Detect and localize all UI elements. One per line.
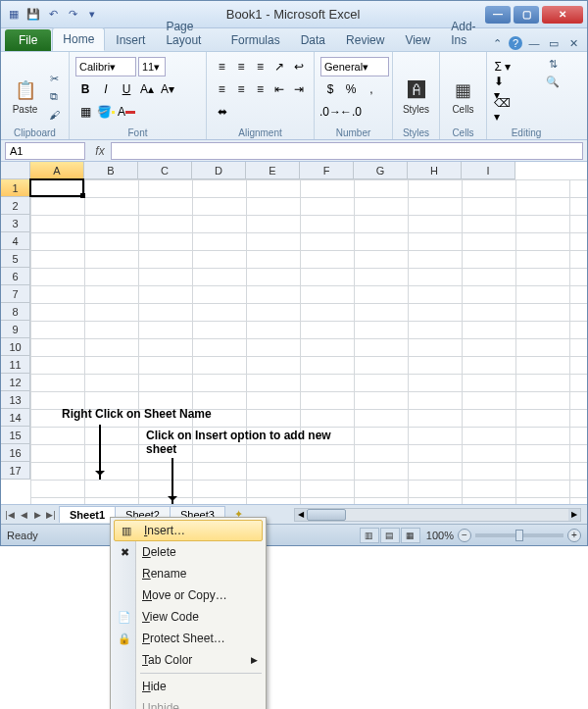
- ribbon-minimize-icon[interactable]: ⌃: [489, 35, 505, 51]
- name-box[interactable]: A1: [5, 142, 85, 160]
- align-center-button[interactable]: ≡: [232, 79, 251, 99]
- row-header-9[interactable]: 9: [1, 321, 30, 338]
- tab-review[interactable]: Review: [336, 29, 394, 51]
- row-header-2[interactable]: 2: [1, 197, 30, 215]
- format-painter-button[interactable]: 🖌: [45, 107, 63, 123]
- tab-page-layout[interactable]: Page Layout: [156, 16, 220, 51]
- page-layout-view-button[interactable]: ▤: [380, 528, 400, 543]
- cut-button[interactable]: ✂: [45, 72, 63, 87]
- row-header-12[interactable]: 12: [1, 374, 30, 391]
- find-button[interactable]: 🔍: [544, 74, 562, 89]
- italic-button[interactable]: I: [96, 79, 116, 99]
- ctx-view-code[interactable]: 📄 View Code: [113, 606, 264, 628]
- ctx-protect[interactable]: 🔒 Protect Sheet…: [113, 628, 264, 649]
- ctx-hide[interactable]: Hide: [113, 676, 264, 697]
- autosum-button[interactable]: Σ ▾: [493, 57, 513, 76]
- fill-color-button[interactable]: 🪣: [96, 102, 116, 122]
- orientation-button[interactable]: ↗: [270, 57, 289, 76]
- tab-data[interactable]: Data: [291, 29, 335, 51]
- col-header-A[interactable]: A: [30, 162, 84, 179]
- redo-button[interactable]: ↷: [64, 6, 81, 24]
- align-bottom-button[interactable]: ≡: [251, 57, 270, 76]
- comma-button[interactable]: ,: [362, 79, 381, 99]
- help-icon[interactable]: ?: [509, 36, 522, 50]
- workbook-restore-icon[interactable]: ▭: [546, 35, 562, 51]
- styles-button[interactable]: 🅰 Styles: [399, 54, 433, 139]
- shrink-font-button[interactable]: A▾: [158, 79, 177, 99]
- font-color-button[interactable]: A: [117, 102, 136, 122]
- ctx-tab-color[interactable]: Tab Color ▶: [113, 649, 264, 671]
- ctx-delete[interactable]: ✖ Delete: [113, 541, 264, 563]
- border-button[interactable]: ▦: [75, 102, 95, 122]
- page-break-view-button[interactable]: ▦: [401, 528, 420, 543]
- merge-button[interactable]: ⬌: [213, 102, 232, 122]
- file-tab[interactable]: File: [5, 29, 51, 51]
- tab-formulas[interactable]: Formulas: [221, 29, 290, 51]
- align-right-button[interactable]: ≡: [251, 79, 270, 99]
- sheet-tab-1[interactable]: Sheet1: [59, 506, 116, 523]
- row-header-4[interactable]: 4: [1, 232, 30, 250]
- quicksave-button[interactable]: 💾: [24, 6, 42, 24]
- row-header-11[interactable]: 11: [1, 356, 30, 374]
- align-middle-button[interactable]: ≡: [232, 57, 251, 76]
- row-header-17[interactable]: 17: [1, 462, 30, 480]
- grow-font-button[interactable]: A▴: [137, 79, 157, 99]
- tab-view[interactable]: View: [395, 29, 440, 51]
- scroll-right-button[interactable]: ▶: [568, 509, 580, 521]
- next-sheet-button[interactable]: ▶: [30, 507, 44, 523]
- first-sheet-button[interactable]: |◀: [3, 507, 17, 523]
- align-left-button[interactable]: ≡: [213, 79, 231, 99]
- col-header-B[interactable]: B: [84, 162, 138, 179]
- wrap-text-button[interactable]: ↩: [289, 57, 308, 76]
- row-header-5[interactable]: 5: [1, 250, 30, 268]
- row-header-1[interactable]: 1: [1, 179, 30, 197]
- select-all-corner[interactable]: [1, 162, 30, 179]
- bold-button[interactable]: B: [75, 79, 95, 99]
- row-header-15[interactable]: 15: [1, 427, 30, 444]
- col-header-H[interactable]: H: [408, 162, 462, 179]
- prev-sheet-button[interactable]: ◀: [17, 507, 30, 523]
- font-size-select[interactable]: 11 ▾: [138, 57, 166, 76]
- decrease-indent-button[interactable]: ⇤: [270, 79, 289, 99]
- col-header-C[interactable]: C: [138, 162, 192, 179]
- row-header-3[interactable]: 3: [1, 215, 30, 232]
- maximize-button[interactable]: ▢: [514, 6, 539, 24]
- minimize-button[interactable]: —: [485, 6, 511, 24]
- row-header-8[interactable]: 8: [1, 303, 30, 321]
- scroll-thumb[interactable]: [307, 509, 346, 521]
- normal-view-button[interactable]: ▥: [360, 528, 379, 543]
- col-header-G[interactable]: G: [354, 162, 408, 179]
- clear-button[interactable]: ⌫ ▾: [493, 100, 513, 120]
- zoom-level[interactable]: 100%: [426, 530, 454, 541]
- row-header-7[interactable]: 7: [1, 285, 30, 303]
- tab-home[interactable]: Home: [52, 27, 105, 51]
- close-button[interactable]: ✕: [542, 6, 583, 24]
- col-header-F[interactable]: F: [300, 162, 354, 179]
- currency-button[interactable]: $: [320, 79, 340, 99]
- workbook-close-icon[interactable]: ✕: [565, 35, 581, 51]
- decrease-decimal-button[interactable]: ←.0: [341, 102, 361, 122]
- row-header-16[interactable]: 16: [1, 444, 30, 462]
- col-header-D[interactable]: D: [192, 162, 246, 179]
- percent-button[interactable]: %: [341, 79, 361, 99]
- workbook-minimize-icon[interactable]: —: [526, 35, 542, 51]
- font-name-select[interactable]: Calibri ▾: [75, 57, 136, 76]
- zoom-out-button[interactable]: −: [458, 529, 471, 542]
- tab-addins[interactable]: Add-Ins: [441, 16, 488, 51]
- row-header-10[interactable]: 10: [1, 338, 30, 356]
- active-cell[interactable]: [29, 178, 84, 197]
- row-header-13[interactable]: 13: [1, 391, 30, 409]
- tab-insert[interactable]: Insert: [106, 29, 155, 51]
- col-header-I[interactable]: I: [462, 162, 515, 179]
- formula-input[interactable]: [111, 142, 583, 160]
- cells-button[interactable]: ▦ Cells: [446, 54, 480, 139]
- zoom-in-button[interactable]: +: [567, 529, 581, 542]
- qat-dropdown-icon[interactable]: ▾: [83, 6, 101, 24]
- fill-button[interactable]: ⬇ ▾: [493, 78, 513, 98]
- increase-decimal-button[interactable]: .0→: [320, 102, 340, 122]
- row-header-14[interactable]: 14: [1, 409, 30, 427]
- underline-button[interactable]: U: [117, 79, 136, 99]
- sort-filter-button[interactable]: ⇅: [544, 56, 562, 72]
- ctx-rename[interactable]: Rename: [113, 563, 264, 584]
- last-sheet-button[interactable]: ▶|: [44, 507, 58, 523]
